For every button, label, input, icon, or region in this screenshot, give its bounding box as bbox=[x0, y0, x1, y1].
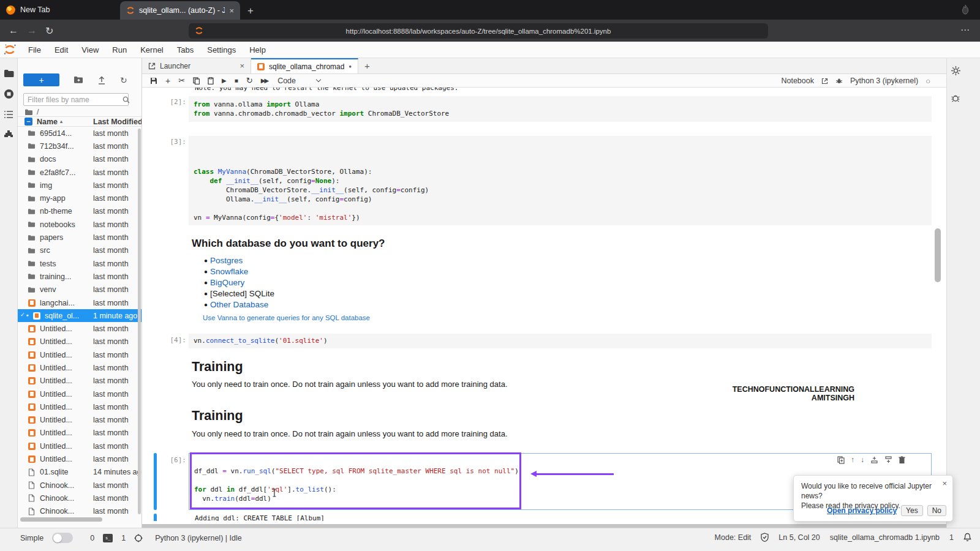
menu-item[interactable]: View bbox=[75, 45, 105, 54]
stop-icon[interactable]: ■ bbox=[235, 77, 238, 84]
restart-run-all-icon[interactable]: ▶▶ bbox=[261, 77, 268, 84]
file-row[interactable]: ✓● Untitled... last month bbox=[18, 375, 142, 388]
copy-cells-icon[interactable] bbox=[193, 77, 200, 84]
menu-item[interactable]: Tabs bbox=[170, 45, 200, 54]
save-icon[interactable] bbox=[150, 77, 157, 84]
column-name[interactable]: Name bbox=[37, 118, 58, 126]
list-item-label[interactable]: Postgres bbox=[210, 256, 243, 265]
markdown-note-link[interactable]: Use Vanna to generate queries for any SQ… bbox=[203, 314, 370, 321]
menu-item[interactable]: Edit bbox=[48, 45, 75, 54]
browser-menu-icon[interactable]: ⋯ bbox=[960, 24, 970, 36]
file-row[interactable]: ✓● Untitled... last month bbox=[18, 400, 142, 413]
file-row[interactable]: ✓● 695d14... last month bbox=[18, 127, 142, 140]
delete-cell-icon[interactable] bbox=[899, 456, 905, 464]
browser-tab-active[interactable]: sqlite_ollam... (auto-Z) - Jupyt × bbox=[120, 1, 240, 20]
add-tab-icon[interactable]: + bbox=[364, 61, 370, 73]
select-all-checkbox[interactable]: – bbox=[24, 118, 32, 126]
menu-item[interactable]: Help bbox=[243, 45, 273, 54]
file-row[interactable]: ✓● Untitled... last month bbox=[18, 414, 142, 427]
menu-item[interactable]: Settings bbox=[200, 45, 243, 54]
new-folder-icon[interactable] bbox=[74, 76, 83, 84]
kernel-status-text[interactable]: Python 3 (ipykernel) | Idle bbox=[155, 534, 242, 542]
file-row[interactable]: ✓● Untitled... last month bbox=[18, 388, 142, 400]
menu-item[interactable]: Kernel bbox=[134, 45, 170, 54]
file-row[interactable]: ✓● src last month bbox=[18, 244, 142, 257]
notification-count[interactable]: 1 bbox=[949, 533, 954, 542]
file-row[interactable]: ✓● img last month bbox=[18, 179, 142, 192]
new-launcher-button[interactable]: + bbox=[23, 73, 59, 86]
browser-tab-new[interactable]: New Tab bbox=[0, 0, 120, 20]
url-bar[interactable]: http://localhost:8888/lab/workspaces/aut… bbox=[189, 23, 768, 39]
file-row[interactable]: ✓● Untitled... last month bbox=[18, 427, 142, 440]
file-row[interactable]: ✓● langchai... last month bbox=[18, 296, 142, 309]
cut-cells-icon[interactable]: ✂ bbox=[178, 76, 185, 85]
code-cell-4[interactable]: vn.connect_to_sqlite('01.sqlite') bbox=[189, 334, 932, 348]
file-row[interactable]: ✓● Untitled... last month bbox=[18, 452, 142, 465]
file-row[interactable]: ✓● Untitled... last month bbox=[18, 322, 142, 335]
refresh-icon[interactable]: ↻ bbox=[120, 75, 127, 85]
restart-kernel-icon[interactable]: ↻ bbox=[246, 76, 253, 85]
insert-below-icon[interactable] bbox=[884, 456, 892, 463]
tab-close-icon[interactable]: × bbox=[229, 6, 234, 15]
list-item-label[interactable]: Snowflake bbox=[210, 267, 248, 276]
breadcrumb[interactable]: / bbox=[24, 108, 39, 116]
table-of-contents-icon[interactable] bbox=[4, 110, 13, 119]
move-down-icon[interactable]: ↓ bbox=[861, 455, 864, 464]
property-inspector-icon[interactable] bbox=[951, 66, 961, 76]
yes-button[interactable]: Yes bbox=[901, 505, 923, 516]
insert-above-icon[interactable] bbox=[870, 456, 878, 463]
filter-input[interactable] bbox=[28, 96, 123, 104]
filter-box[interactable] bbox=[23, 93, 129, 106]
file-row[interactable]: ✓● my-app last month bbox=[18, 192, 142, 204]
new-tab-icon[interactable]: + bbox=[247, 5, 254, 17]
file-row[interactable]: ✓● Chinook... last month bbox=[18, 479, 142, 492]
kernel-name[interactable]: Python 3 (ipykernel) bbox=[850, 77, 918, 85]
file-row[interactable]: ✓● sqlite_ol... 1 minute ago bbox=[18, 309, 142, 322]
simple-mode-toggle[interactable] bbox=[52, 533, 73, 543]
running-kernels-icon[interactable] bbox=[4, 89, 14, 99]
file-row[interactable]: ✓● training... last month bbox=[18, 270, 142, 283]
list-item-label[interactable]: BigQuery bbox=[210, 278, 244, 287]
back-icon[interactable]: ← bbox=[9, 25, 18, 36]
move-up-icon[interactable]: ↑ bbox=[851, 455, 854, 464]
file-row[interactable]: ✓● 712b34f... last month bbox=[18, 140, 142, 152]
debugger-icon[interactable] bbox=[951, 93, 960, 103]
run-icon[interactable]: ▶ bbox=[222, 77, 227, 84]
file-row[interactable]: ✓● venv last month bbox=[18, 283, 142, 296]
kernel-status-icon[interactable]: ○ bbox=[925, 77, 930, 86]
file-row[interactable]: ✓● Chinook... last month bbox=[18, 492, 142, 504]
file-list-scrollbar[interactable] bbox=[138, 129, 141, 514]
extensions-icon[interactable] bbox=[4, 130, 13, 140]
menu-item[interactable]: File bbox=[21, 45, 48, 54]
file-row[interactable]: ✓● notebooks last month bbox=[18, 218, 142, 231]
code-cell-2[interactable]: from vanna.ollama import Ollamafrom vann… bbox=[189, 96, 932, 122]
file-row[interactable]: ✓● tests last month bbox=[18, 257, 142, 270]
bug-icon[interactable] bbox=[835, 77, 843, 84]
file-list-header[interactable]: – Name ▴ Last Modified bbox=[18, 116, 142, 127]
close-icon[interactable]: × bbox=[942, 479, 947, 488]
close-icon[interactable]: × bbox=[239, 61, 244, 70]
file-row[interactable]: ✓● nb-theme last month bbox=[18, 205, 142, 218]
file-row[interactable]: ✓● Untitled... last month bbox=[18, 348, 142, 361]
file-row[interactable]: ✓● papers last month bbox=[18, 231, 142, 244]
paste-cells-icon[interactable] bbox=[208, 77, 214, 84]
file-browser-icon[interactable] bbox=[4, 69, 14, 78]
privacy-policy-link[interactable]: Open privacy policy bbox=[827, 506, 897, 515]
file-row[interactable]: ✓● e2fa8fc7... last month bbox=[18, 166, 142, 179]
file-row[interactable]: ✓● docs last month bbox=[18, 153, 142, 166]
notebook-scrollbar[interactable] bbox=[935, 228, 941, 282]
file-row[interactable]: ✓● 01.sqlite 14 minutes ago bbox=[18, 466, 142, 479]
tab-launcher[interactable]: Launcher × bbox=[142, 58, 251, 73]
menu-item[interactable]: Run bbox=[105, 45, 134, 54]
tab-notebook[interactable]: sqlite_ollama_chromadb 1.i ● bbox=[251, 58, 358, 73]
output-collapser[interactable] bbox=[154, 514, 157, 521]
cell-type-select[interactable]: Code bbox=[277, 77, 296, 85]
add-cell-icon[interactable]: + bbox=[165, 76, 170, 86]
file-row[interactable]: ✓● Untitled... last month bbox=[18, 440, 142, 452]
file-row[interactable]: ✓● Chinook... last month bbox=[18, 505, 142, 518]
cursor-position[interactable]: Ln 5, Col 20 bbox=[778, 533, 820, 542]
no-button[interactable]: No bbox=[927, 505, 946, 516]
bell-icon[interactable] bbox=[963, 533, 971, 542]
code-cell-3[interactable]: class MyVanna(ChromaDB_VectorStore, Olla… bbox=[189, 136, 932, 225]
list-item-label[interactable]: Other Database bbox=[210, 300, 268, 309]
